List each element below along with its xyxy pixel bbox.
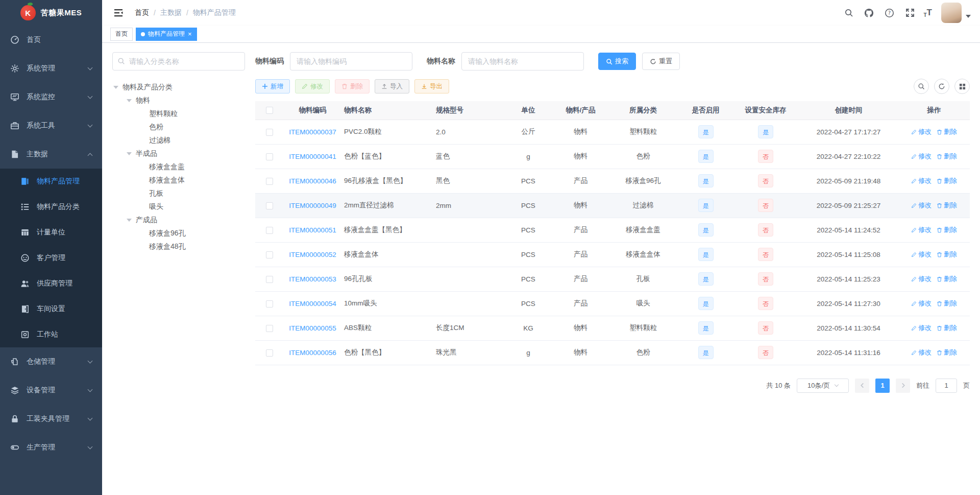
row-edit-link[interactable]: 修改 xyxy=(911,225,932,234)
row-delete-link[interactable]: 删除 xyxy=(937,299,957,308)
tree-node[interactable]: 半成品 xyxy=(112,147,245,160)
prev-page-button[interactable] xyxy=(855,379,869,393)
sidebar-toggle-button[interactable] xyxy=(113,8,124,18)
sidebar-item-measure-unit[interactable]: 计量单位 xyxy=(0,220,102,245)
caret-down-icon[interactable] xyxy=(127,219,132,222)
tree-node[interactable]: 移液盒盒盖 xyxy=(112,160,245,174)
sidebar-item-workshop-settings[interactable]: 车间设置 xyxy=(0,296,102,322)
tree-node[interactable]: 移液盒96孔 xyxy=(112,227,245,240)
item-code-link[interactable]: ITEM00000049 xyxy=(289,202,336,209)
row-checkbox[interactable] xyxy=(266,178,273,185)
sidebar-item-system-management[interactable]: 系统管理 xyxy=(0,54,102,83)
row-checkbox[interactable] xyxy=(266,202,273,209)
row-checkbox[interactable] xyxy=(266,325,273,332)
fullscreen-button[interactable] xyxy=(903,6,917,19)
sidebar-item-home[interactable]: 首页 xyxy=(0,26,102,54)
row-checkbox[interactable] xyxy=(266,227,273,234)
tab-material-product-management[interactable]: 物料产品管理 × xyxy=(136,28,197,41)
tree-node[interactable]: 产成品 xyxy=(112,214,245,227)
sidebar-item-material-product-management[interactable]: 物料产品管理 xyxy=(0,169,102,194)
row-delete-link[interactable]: 删除 xyxy=(937,152,957,161)
item-code-link[interactable]: ITEM00000053 xyxy=(289,275,336,283)
delete-button[interactable]: 删除 xyxy=(335,79,370,93)
row-delete-link[interactable]: 删除 xyxy=(937,127,957,136)
row-delete-link[interactable]: 删除 xyxy=(937,274,957,284)
row-checkbox[interactable] xyxy=(266,251,273,258)
material-code-input[interactable] xyxy=(290,52,412,70)
tree-node[interactable]: 移液盒盒体 xyxy=(112,174,245,187)
search-submit-button[interactable]: 搜索 xyxy=(598,53,636,70)
sidebar-item-material-product-category[interactable]: 物料产品分类 xyxy=(0,194,102,220)
item-code-link[interactable]: ITEM00000037 xyxy=(289,128,336,136)
row-edit-link[interactable]: 修改 xyxy=(911,201,932,210)
sidebar-item-customer-management[interactable]: 客户管理 xyxy=(0,245,102,271)
sidebar-item-tooling-fixture-management[interactable]: 工装夹具管理 xyxy=(0,405,102,433)
sidebar-item-system-monitor[interactable]: 系统监控 xyxy=(0,83,102,111)
row-checkbox[interactable] xyxy=(266,300,273,308)
tab-home[interactable]: 首页 xyxy=(110,28,133,41)
row-delete-link[interactable]: 删除 xyxy=(937,225,957,234)
page-number-1[interactable]: 1 xyxy=(875,379,890,393)
item-code-link[interactable]: ITEM00000055 xyxy=(289,324,336,332)
row-delete-link[interactable]: 删除 xyxy=(937,323,957,333)
caret-down-icon[interactable] xyxy=(113,86,118,89)
item-code-link[interactable]: ITEM00000054 xyxy=(289,300,336,308)
row-edit-link[interactable]: 修改 xyxy=(911,299,932,308)
page-size-select[interactable]: 10条/页 xyxy=(797,379,849,393)
row-checkbox[interactable] xyxy=(266,349,273,357)
sidebar-item-production-management[interactable]: 生产管理 xyxy=(0,433,102,462)
row-checkbox[interactable] xyxy=(266,129,273,136)
row-edit-link[interactable]: 修改 xyxy=(911,176,932,185)
item-code-link[interactable]: ITEM00000052 xyxy=(289,251,336,258)
item-code-link[interactable]: ITEM00000046 xyxy=(289,177,336,185)
docs-button[interactable]: ? xyxy=(883,6,896,19)
item-code-link[interactable]: ITEM00000056 xyxy=(289,349,336,357)
sidebar-item-supplier-management[interactable]: 供应商管理 xyxy=(0,271,102,296)
tree-node[interactable]: 孔板 xyxy=(112,187,245,200)
export-button[interactable]: 导出 xyxy=(414,79,449,93)
item-code-link[interactable]: ITEM00000041 xyxy=(289,153,336,160)
row-edit-link[interactable]: 修改 xyxy=(911,274,932,284)
goto-page-input[interactable] xyxy=(936,379,957,393)
row-edit-link[interactable]: 修改 xyxy=(911,323,932,333)
tree-node[interactable]: 物料 xyxy=(112,94,245,107)
add-button[interactable]: 新增 xyxy=(255,79,290,93)
tree-node[interactable]: 塑料颗粒 xyxy=(112,107,245,121)
tree-node[interactable]: 过滤棉 xyxy=(112,134,245,147)
row-edit-link[interactable]: 修改 xyxy=(911,348,932,357)
row-edit-link[interactable]: 修改 xyxy=(911,152,932,161)
github-button[interactable] xyxy=(863,6,876,19)
close-icon[interactable]: × xyxy=(188,31,192,37)
row-delete-link[interactable]: 删除 xyxy=(937,201,957,210)
row-delete-link[interactable]: 删除 xyxy=(937,348,957,357)
sidebar-item-warehouse-management[interactable]: 仓储管理 xyxy=(0,347,102,376)
import-button[interactable]: 导入 xyxy=(375,79,409,93)
material-name-input[interactable] xyxy=(461,52,584,70)
row-delete-link[interactable]: 删除 xyxy=(937,176,957,185)
font-size-button[interactable]: TT xyxy=(924,8,933,18)
tree-node[interactable]: 吸头 xyxy=(112,200,245,214)
category-filter-input[interactable] xyxy=(112,52,245,70)
sidebar-item-master-data[interactable]: 主数据 xyxy=(0,140,102,169)
row-delete-link[interactable]: 删除 xyxy=(937,250,957,259)
app-logo[interactable]: K 苦糖果MES xyxy=(0,0,102,26)
tree-node[interactable]: 色粉 xyxy=(112,121,245,134)
edit-button[interactable]: 修改 xyxy=(295,79,330,93)
sidebar-item-equipment-management[interactable]: 设备管理 xyxy=(0,376,102,405)
row-checkbox[interactable] xyxy=(266,276,273,283)
caret-down-icon[interactable] xyxy=(127,99,132,102)
tree-node[interactable]: 移液盒48孔 xyxy=(112,240,245,253)
refresh-table-button[interactable] xyxy=(934,79,949,94)
next-page-button[interactable] xyxy=(896,379,910,393)
sidebar-item-system-tools[interactable]: 系统工具 xyxy=(0,111,102,140)
row-edit-link[interactable]: 修改 xyxy=(911,127,932,136)
avatar-dropdown[interactable] xyxy=(941,3,971,23)
item-code-link[interactable]: ITEM00000051 xyxy=(289,226,336,234)
breadcrumb-home[interactable]: 首页 xyxy=(135,8,149,17)
tree-node[interactable]: 物料及产品分类 xyxy=(112,81,245,94)
toggle-search-button[interactable] xyxy=(914,79,929,94)
sidebar-item-workstation[interactable]: 工作站 xyxy=(0,322,102,347)
caret-down-icon[interactable] xyxy=(127,152,132,155)
search-button[interactable] xyxy=(842,6,855,19)
reset-button[interactable]: 重置 xyxy=(642,53,680,70)
